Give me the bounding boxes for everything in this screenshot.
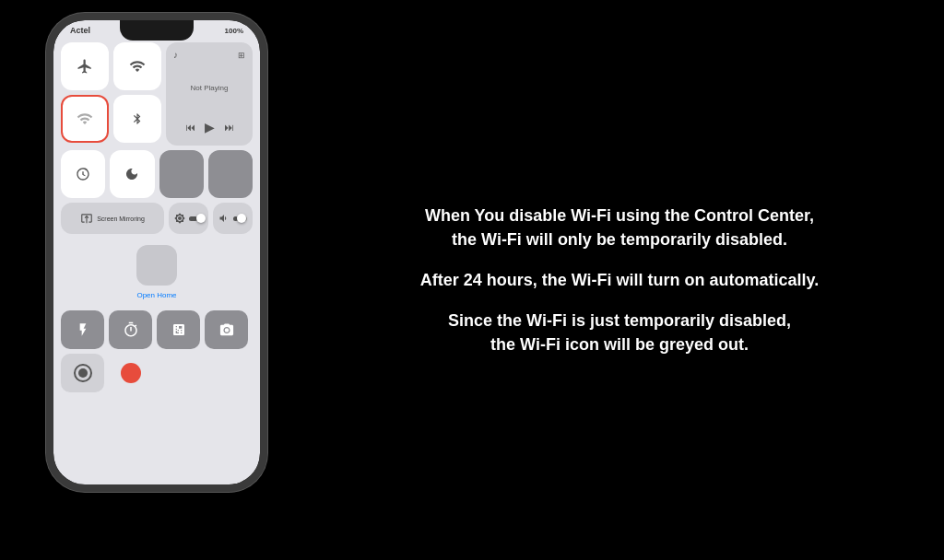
screen-mirror-icon (80, 212, 93, 225)
unknown-tile-2[interactable] (208, 150, 253, 198)
cellular-icon (129, 58, 146, 75)
music-note-icon: ♪ (173, 50, 178, 60)
wifi-tile[interactable] (61, 95, 109, 143)
unknown-tile-1[interactable] (159, 150, 204, 198)
volume-slider-tile[interactable] (213, 203, 253, 234)
record-tile[interactable] (109, 354, 152, 392)
rotation-lock-icon (76, 167, 90, 181)
control-center: ♪ ⊞ Not Playing ⏮ ▶ ⏭ (53, 37, 260, 239)
home-icon-placeholder (136, 245, 177, 286)
phone-section: Actel 100% (28, 13, 286, 547)
not-playing-label: Not Playing (191, 84, 229, 92)
paragraph-1: When You disable Wi-Fi using the Control… (323, 204, 916, 251)
screen-mirror-label: Screen Mirroring (97, 216, 145, 222)
screen-record-icon (74, 364, 92, 382)
timer-icon (123, 321, 139, 338)
screen-record-tile[interactable] (61, 354, 104, 392)
network-grid (61, 42, 161, 146)
brightness-icon (174, 213, 185, 224)
airplane-icon (77, 58, 93, 75)
status-right: 100% (225, 27, 243, 35)
bottom-tools (53, 305, 260, 398)
notch (120, 20, 194, 41)
bluetooth-tile[interactable] (113, 95, 161, 143)
airplane-tile[interactable] (61, 42, 109, 90)
timer-tile[interactable] (109, 310, 152, 349)
do-not-disturb-tile[interactable] (110, 150, 154, 198)
camera-icon (218, 322, 236, 338)
paragraph-3: Since the Wi-Fi is just temporarily disa… (323, 309, 916, 356)
play-button[interactable]: ▶ (205, 120, 215, 134)
bluetooth-icon (131, 111, 144, 127)
airplay-icon: ⊞ (238, 51, 245, 60)
paragraph-2: After 24 hours, the Wi-Fi will turn on a… (323, 268, 916, 292)
cellular-tile[interactable] (113, 42, 161, 90)
flashlight-tile[interactable] (61, 310, 104, 349)
wifi-icon (77, 111, 93, 127)
flashlight-icon (76, 321, 90, 339)
record-circle (121, 363, 141, 383)
volume-icon (218, 213, 230, 224)
camera-tile[interactable] (205, 310, 248, 349)
phone-frame: Actel 100% (46, 13, 267, 492)
svg-point-0 (224, 328, 229, 332)
screen-mirroring-tile[interactable]: Screen Mirroring (61, 203, 164, 234)
brightness-slider-tile[interactable] (169, 203, 208, 234)
carrier-label: Actel (70, 26, 90, 35)
next-button[interactable]: ⏭ (224, 122, 234, 133)
calculator-icon (171, 321, 186, 338)
battery-label: 100% (225, 27, 243, 35)
home-area: Open Home (53, 239, 260, 305)
calculator-tile[interactable] (157, 310, 200, 349)
text-section: When You disable Wi-Fi using the Control… (304, 185, 944, 375)
not-playing-tile[interactable]: ♪ ⊞ Not Playing ⏮ ▶ ⏭ (166, 42, 253, 146)
prev-button[interactable]: ⏮ (185, 122, 195, 133)
open-home-label[interactable]: Open Home (136, 291, 176, 299)
rotation-lock-tile[interactable] (61, 150, 105, 198)
moon-icon (124, 167, 139, 181)
